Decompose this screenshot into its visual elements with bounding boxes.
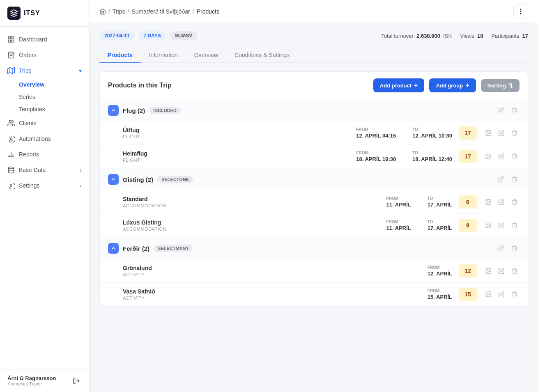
product-vasa-image-button[interactable] xyxy=(483,289,493,299)
product-heimflug-from: FROM 18. APRÍL 10:30 xyxy=(356,151,396,162)
product-luxus-edit-button[interactable] xyxy=(497,220,506,230)
tab-products[interactable]: Products xyxy=(99,48,141,63)
product-luxus-dates: FROM 11. APRÍL TO 17. APRÍL xyxy=(386,220,452,231)
svg-point-14 xyxy=(8,167,14,169)
product-standard-actions xyxy=(483,197,520,207)
sidebar-item-dashboard[interactable]: Dashboard xyxy=(0,32,89,47)
add-product-button[interactable]: Add product + xyxy=(373,78,425,92)
database-icon xyxy=(7,166,15,174)
group-ferdir-actions xyxy=(496,243,520,253)
svg-point-21 xyxy=(487,132,488,133)
sorting-button[interactable]: Sorting ⇅ xyxy=(481,79,520,92)
product-utflug-to-label: TO xyxy=(412,127,452,132)
product-vasa-from-date: 15. APRÍL xyxy=(428,294,452,300)
svg-point-31 xyxy=(487,293,488,294)
product-heimflug-edit-button[interactable] xyxy=(497,151,506,161)
product-row-vasa: Vasa Safnið ACTIVITY FROM 15. APRÍL 15 xyxy=(100,283,528,306)
product-standard-delete-button[interactable] xyxy=(510,197,520,207)
chevron-up-icon-2 xyxy=(110,177,116,182)
sidebar-item-automations[interactable]: Automations xyxy=(0,131,89,147)
sidebar-item-clients[interactable]: Clients xyxy=(0,115,89,131)
product-luxus-info: Lúxus Gisting ACCOMMODATION xyxy=(123,219,380,232)
logout-button[interactable] xyxy=(71,376,82,386)
group-ferdir-delete-button[interactable] xyxy=(510,243,520,253)
logo: ITSY xyxy=(0,0,89,27)
sidebar-item-series[interactable]: Series xyxy=(19,91,89,103)
sidebar-item-overview[interactable]: Overview xyxy=(19,78,89,91)
sidebar-item-reports-label: Reports xyxy=(19,151,39,158)
product-gronalund-name: Grönalund xyxy=(123,265,421,271)
image-icon-v xyxy=(485,291,492,298)
group-ferdir-edit-button[interactable] xyxy=(496,243,506,253)
product-utflug-delete-button[interactable] xyxy=(510,128,520,138)
product-vasa-type: ACTIVITY xyxy=(123,296,421,300)
sidebar-item-trips[interactable]: Trips ▾ xyxy=(0,63,89,78)
product-standard-image-button[interactable] xyxy=(483,197,493,207)
breadcrumb-home[interactable] xyxy=(99,8,106,15)
product-heimflug-image-button[interactable] xyxy=(483,151,493,161)
user-info: Árni G Ragnarsson Kramerica Travel xyxy=(7,375,56,386)
product-heimflug-to: TO 18. APRÍL 12:40 xyxy=(412,151,452,162)
product-vasa-delete-button[interactable] xyxy=(510,289,520,299)
product-standard-to-date: 17. APRÍL xyxy=(428,202,452,208)
group-flug-delete-button[interactable] xyxy=(510,105,520,115)
add-group-button[interactable]: Add group + xyxy=(429,78,476,92)
chevron-up-icon-3 xyxy=(110,245,116,251)
group-flug-edit-button[interactable] xyxy=(496,105,506,115)
product-luxus-image-button[interactable] xyxy=(483,220,493,230)
image-icon-3 xyxy=(485,153,492,160)
product-vasa-edit-button[interactable] xyxy=(497,289,506,299)
product-standard-from-date: 11. APRÍL xyxy=(386,202,411,208)
product-luxus-to-date: 17. APRÍL xyxy=(428,225,452,231)
product-gronalund-actions xyxy=(483,266,520,276)
group-flug-collapse-btn[interactable] xyxy=(108,105,119,116)
product-luxus-name: Lúxus Gisting xyxy=(123,219,380,226)
product-luxus-delete-button[interactable] xyxy=(510,220,520,230)
product-gronalund-delete-button[interactable] xyxy=(510,266,520,276)
automations-icon xyxy=(7,135,15,142)
days-badge: 7 DAYS xyxy=(138,31,166,40)
shopping-bag-icon xyxy=(7,51,15,59)
product-standard-dates: FROM 11. APRÍL TO 17. APRÍL xyxy=(386,196,452,208)
sidebar-item-clients-label: Clients xyxy=(19,120,37,126)
sidebar-item-settings[interactable]: Settings › xyxy=(0,178,89,193)
product-heimflug-delete-button[interactable] xyxy=(510,151,520,161)
product-gronalund-edit-button[interactable] xyxy=(497,266,506,276)
pencil-icon-gr xyxy=(498,268,505,274)
group-gisting-edit-button[interactable] xyxy=(496,174,506,184)
group-gisting-collapse-btn[interactable] xyxy=(108,174,119,185)
tab-overview[interactable]: Overview xyxy=(186,48,226,63)
product-gronalund-count: 12 xyxy=(459,264,477,277)
logo-text: ITSY xyxy=(24,9,40,17)
product-gronalund-from-label: FROM xyxy=(428,265,452,270)
product-gronalund-from: FROM 12. APRÍL xyxy=(428,265,452,277)
user-org: Kramerica Travel xyxy=(7,381,56,386)
sidebar-item-templates[interactable]: Templates xyxy=(19,103,89,115)
home-icon xyxy=(99,8,106,15)
sidebar-item-orders[interactable]: Orders xyxy=(0,47,89,63)
turnover-label: Total turnover 2.638.900 ISK xyxy=(381,33,452,39)
product-utflug-dates: FROM 12. APRÍL 04:15 TO 12. APRÍL 10:30 xyxy=(356,127,452,139)
product-standard-edit-button[interactable] xyxy=(497,197,506,207)
breadcrumb-trip-name[interactable]: Sumarferð til Svíþjóðar xyxy=(131,8,190,15)
product-luxus-type: ACCOMMODATION xyxy=(123,227,380,232)
product-utflug-edit-button[interactable] xyxy=(497,128,506,138)
product-heimflug-actions xyxy=(483,151,520,161)
group-ferdir-collapse-btn[interactable] xyxy=(108,243,119,254)
product-gronalund-image-button[interactable] xyxy=(483,266,493,276)
trash-icon-g xyxy=(511,176,518,183)
image-icon-l xyxy=(485,222,492,229)
svg-rect-3 xyxy=(12,40,14,42)
tab-conditions[interactable]: Conditions & Settings xyxy=(226,48,298,63)
pencil-icon-f xyxy=(497,245,504,252)
sidebar-item-base-data[interactable]: Base Data › xyxy=(0,162,89,178)
pencil-icon-v xyxy=(498,291,505,298)
tab-information[interactable]: Information xyxy=(141,48,186,63)
sidebar-item-base-data-label: Base Data xyxy=(19,167,46,173)
product-vasa-actions xyxy=(483,289,520,299)
group-gisting-delete-button[interactable] xyxy=(510,174,520,184)
sidebar-item-reports[interactable]: Reports xyxy=(0,147,89,162)
product-utflug-image-button[interactable] xyxy=(483,128,493,138)
more-button[interactable] xyxy=(513,4,528,19)
breadcrumb-trips[interactable]: Trips xyxy=(113,8,125,15)
